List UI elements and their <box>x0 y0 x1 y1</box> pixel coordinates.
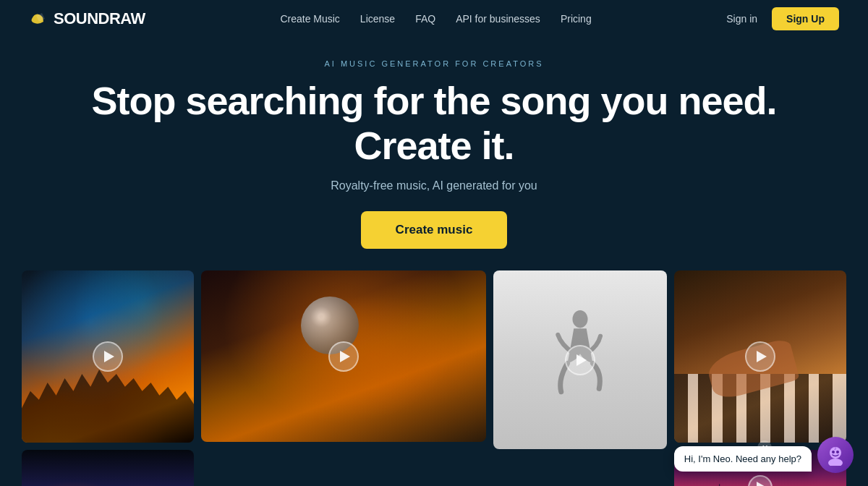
dancer-play-button[interactable] <box>565 345 595 375</box>
disco-play-button[interactable] <box>328 341 359 372</box>
center-column <box>201 270 486 442</box>
svg-text:♪: ♪ <box>834 446 837 451</box>
hero-description: Royalty-free music, AI generated for you <box>14 179 854 192</box>
hero-title: Stop searching for the song you need. Cr… <box>14 78 854 168</box>
concert-play-button[interactable] <box>93 341 123 372</box>
chatbot-close-button[interactable]: ✕ <box>757 440 772 455</box>
nav-pricing[interactable]: Pricing <box>561 13 592 25</box>
chatbot-message: Hi, I'm Neo. Need any help? <box>674 446 812 472</box>
nav-create-music[interactable]: Create Music <box>280 13 339 25</box>
chatbot-avatar[interactable]: ♪ <box>817 437 854 473</box>
city-thumbnail[interactable] <box>22 450 194 486</box>
nav-license[interactable]: License <box>360 13 395 25</box>
navbar: SOUNDRAW Create Music License FAQ API fo… <box>0 0 868 38</box>
svg-point-2 <box>828 459 843 466</box>
svg-point-4 <box>836 451 839 453</box>
piano-play-button[interactable] <box>745 341 775 372</box>
svg-point-0 <box>573 310 588 328</box>
concert-thumbnail[interactable] <box>22 270 194 443</box>
chatbot-bubble-wrapper: Hi, I'm Neo. Need any help? ✕ <box>674 446 812 479</box>
hero-title-line1: Stop searching for the song you need. <box>91 79 776 122</box>
logo-text: SOUNDRAW <box>54 9 145 28</box>
nav-right: Sign in Sign Up <box>726 7 839 30</box>
dancer-column <box>493 270 667 449</box>
nav-faq[interactable]: FAQ <box>415 13 435 25</box>
signup-button[interactable]: Sign Up <box>772 7 839 30</box>
nav-api[interactable]: API for businesses <box>456 13 540 25</box>
chatbot-container: Hi, I'm Neo. Need any help? ✕ ♪ <box>674 437 854 479</box>
dancer-thumbnail[interactable] <box>493 270 667 449</box>
hero-tagline: AI MUSIC GENERATOR FOR CREATORS <box>14 59 854 68</box>
piano-thumbnail[interactable] <box>674 270 846 443</box>
svg-point-3 <box>832 451 835 453</box>
signin-link[interactable]: Sign in <box>726 13 757 25</box>
nav-links: Create Music License FAQ API for busines… <box>280 13 591 25</box>
hero-title-line2: Create it. <box>354 124 514 167</box>
logo[interactable]: SOUNDRAW <box>29 9 145 29</box>
hero-section: AI MUSIC GENERATOR FOR CREATORS Stop sea… <box>0 38 868 278</box>
disco-thumbnail[interactable] <box>201 270 486 442</box>
left-column <box>22 270 194 486</box>
create-music-button[interactable]: Create music <box>361 211 508 249</box>
